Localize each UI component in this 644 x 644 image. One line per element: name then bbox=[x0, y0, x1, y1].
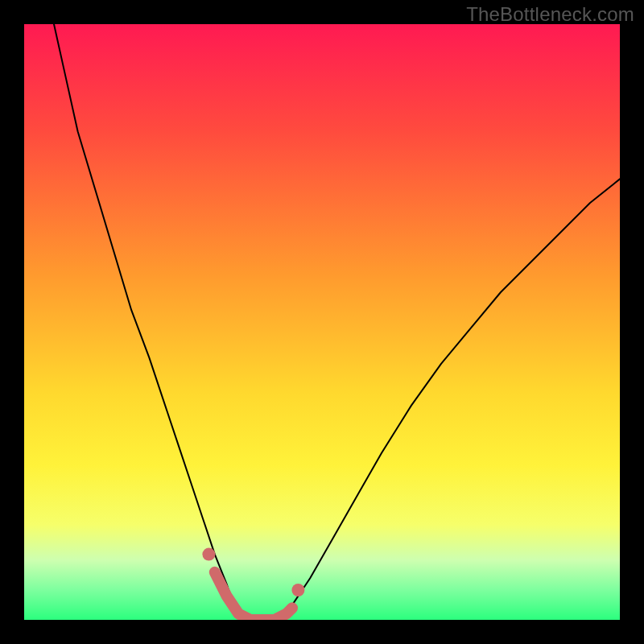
marker-dot bbox=[202, 548, 215, 561]
chart-background bbox=[24, 24, 620, 620]
chart-svg bbox=[24, 24, 620, 620]
watermark-text: TheBottleneck.com bbox=[466, 3, 634, 26]
chart-frame: TheBottleneck.com bbox=[0, 0, 644, 644]
marker-dot bbox=[291, 584, 304, 597]
chart-plot-area bbox=[24, 24, 620, 620]
